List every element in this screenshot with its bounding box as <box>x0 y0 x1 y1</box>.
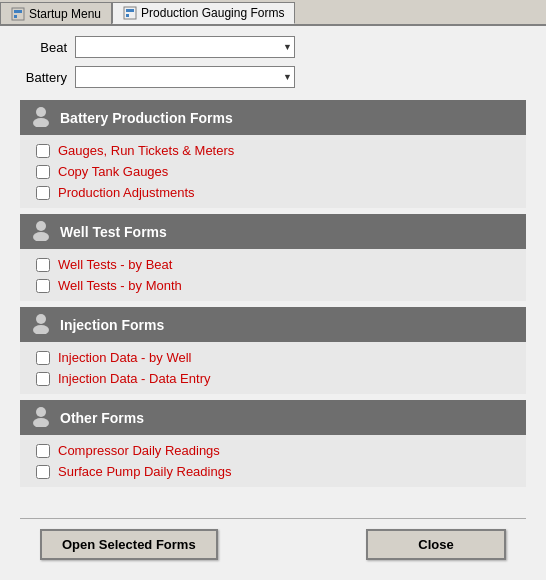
checkbox-item-gauges[interactable]: Gauges, Run Tickets & Meters <box>36 143 510 158</box>
checkbox-well_beat[interactable] <box>36 258 50 272</box>
main-content: Beat Battery Battery Production FormsGau… <box>0 26 546 580</box>
section-icon-injection <box>30 312 52 337</box>
svg-rect-2 <box>14 15 17 18</box>
section-title-other: Other Forms <box>60 410 144 426</box>
svg-rect-1 <box>14 10 22 13</box>
svg-point-13 <box>33 418 49 427</box>
svg-point-6 <box>36 107 46 117</box>
section-other: Other FormsCompressor Daily ReadingsSurf… <box>20 400 526 487</box>
checkbox-surface_pump[interactable] <box>36 465 50 479</box>
battery-select-wrapper <box>75 66 295 88</box>
svg-point-11 <box>33 325 49 334</box>
open-selected-button[interactable]: Open Selected Forms <box>40 529 218 560</box>
checkbox-label-prod_adj: Production Adjustments <box>58 185 195 200</box>
svg-point-9 <box>33 232 49 241</box>
tab-startup-label: Startup Menu <box>29 7 101 21</box>
sections-container: Battery Production FormsGauges, Run Tick… <box>20 100 526 518</box>
checkbox-label-well_month: Well Tests - by Month <box>58 278 182 293</box>
section-header-injection: Injection Forms <box>20 307 526 342</box>
checkbox-label-copy_tank: Copy Tank Gauges <box>58 164 168 179</box>
checkbox-inj_entry[interactable] <box>36 372 50 386</box>
svg-rect-0 <box>12 8 24 20</box>
svg-rect-4 <box>126 9 134 12</box>
section-header-other: Other Forms <box>20 400 526 435</box>
svg-point-12 <box>36 407 46 417</box>
svg-point-10 <box>36 314 46 324</box>
section-icon-battery <box>30 105 52 130</box>
svg-point-8 <box>36 221 46 231</box>
checkbox-label-inj_well: Injection Data - by Well <box>58 350 191 365</box>
checkbox-well_month[interactable] <box>36 279 50 293</box>
battery-label: Battery <box>20 70 75 85</box>
checkbox-label-surface_pump: Surface Pump Daily Readings <box>58 464 231 479</box>
svg-rect-3 <box>124 7 136 19</box>
startup-tab-icon <box>11 7 25 21</box>
section-items-well_test: Well Tests - by BeatWell Tests - by Mont… <box>20 249 526 301</box>
svg-point-7 <box>33 118 49 127</box>
checkbox-item-surface_pump[interactable]: Surface Pump Daily Readings <box>36 464 510 479</box>
section-title-battery: Battery Production Forms <box>60 110 233 126</box>
tab-gauging-label: Production Gauging Forms <box>141 6 284 20</box>
checkbox-label-inj_entry: Injection Data - Data Entry <box>58 371 210 386</box>
section-injection: Injection FormsInjection Data - by WellI… <box>20 307 526 394</box>
checkbox-label-well_beat: Well Tests - by Beat <box>58 257 172 272</box>
beat-select-wrapper <box>75 36 295 58</box>
section-items-other: Compressor Daily ReadingsSurface Pump Da… <box>20 435 526 487</box>
checkbox-copy_tank[interactable] <box>36 165 50 179</box>
checkbox-prod_adj[interactable] <box>36 186 50 200</box>
checkbox-item-compressor[interactable]: Compressor Daily Readings <box>36 443 510 458</box>
checkbox-compressor[interactable] <box>36 444 50 458</box>
checkbox-item-copy_tank[interactable]: Copy Tank Gauges <box>36 164 510 179</box>
section-icon-well_test <box>30 219 52 244</box>
gauging-tab-icon <box>123 6 137 20</box>
checkbox-item-well_beat[interactable]: Well Tests - by Beat <box>36 257 510 272</box>
beat-select[interactable] <box>75 36 295 58</box>
button-bar: Open Selected Forms Close <box>20 518 526 570</box>
tab-bar: Startup Menu Production Gauging Forms <box>0 0 546 26</box>
checkbox-label-compressor: Compressor Daily Readings <box>58 443 220 458</box>
checkbox-item-prod_adj[interactable]: Production Adjustments <box>36 185 510 200</box>
svg-rect-5 <box>126 14 129 17</box>
close-button[interactable]: Close <box>366 529 506 560</box>
battery-select[interactable] <box>75 66 295 88</box>
section-title-injection: Injection Forms <box>60 317 164 333</box>
section-header-well_test: Well Test Forms <box>20 214 526 249</box>
checkbox-item-well_month[interactable]: Well Tests - by Month <box>36 278 510 293</box>
tab-gauging[interactable]: Production Gauging Forms <box>112 2 295 24</box>
battery-row: Battery <box>20 66 526 88</box>
beat-row: Beat <box>20 36 526 58</box>
section-icon-other <box>30 405 52 430</box>
checkbox-label-gauges: Gauges, Run Tickets & Meters <box>58 143 234 158</box>
section-header-battery: Battery Production Forms <box>20 100 526 135</box>
section-items-injection: Injection Data - by WellInjection Data -… <box>20 342 526 394</box>
section-title-well_test: Well Test Forms <box>60 224 167 240</box>
checkbox-gauges[interactable] <box>36 144 50 158</box>
section-well_test: Well Test FormsWell Tests - by BeatWell … <box>20 214 526 301</box>
section-items-battery: Gauges, Run Tickets & MetersCopy Tank Ga… <box>20 135 526 208</box>
checkbox-item-inj_well[interactable]: Injection Data - by Well <box>36 350 510 365</box>
beat-label: Beat <box>20 40 75 55</box>
section-battery: Battery Production FormsGauges, Run Tick… <box>20 100 526 208</box>
checkbox-inj_well[interactable] <box>36 351 50 365</box>
checkbox-item-inj_entry[interactable]: Injection Data - Data Entry <box>36 371 510 386</box>
tab-startup[interactable]: Startup Menu <box>0 2 112 24</box>
